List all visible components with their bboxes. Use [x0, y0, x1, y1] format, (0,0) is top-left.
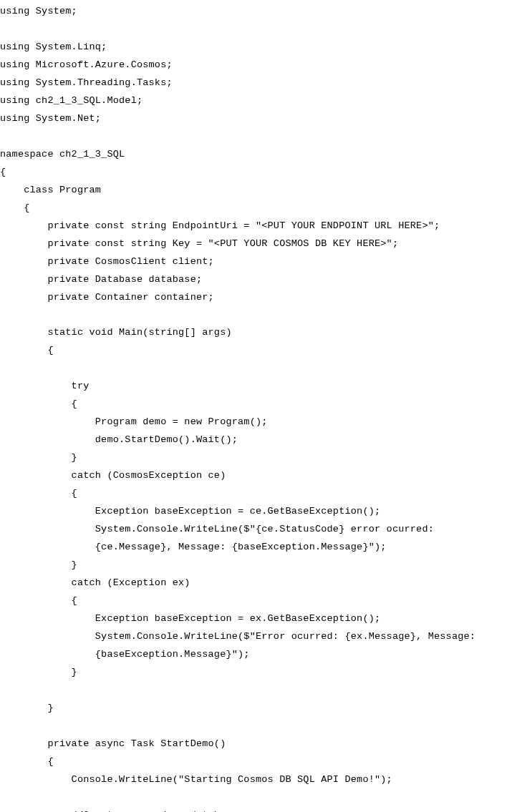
code-line: { [0, 164, 507, 182]
code-line: private Container container; [0, 289, 507, 307]
code-line: demo.StartDemo().Wait(); [0, 431, 507, 449]
code-line [0, 306, 507, 324]
code-line [0, 789, 507, 807]
code-line: private const string EndpointUri = "<PUT… [0, 217, 507, 235]
code-line: { [0, 396, 507, 414]
code-line: System.Console.WriteLine($"{ce.StatusCod… [0, 521, 507, 539]
code-line: System.Console.WriteLine($"Error ocurred… [0, 628, 507, 646]
code-line: Exception baseException = ce.GetBaseExce… [0, 503, 507, 521]
code-line: { [0, 753, 507, 771]
code-line: { [0, 342, 507, 360]
code-line [0, 21, 507, 39]
code-line: catch (CosmosException ce) [0, 467, 507, 485]
code-line: try [0, 378, 507, 396]
code-line: using System; [0, 3, 507, 21]
code-line: { [0, 485, 507, 503]
code-line: using Microsoft.Azure.Cosmos; [0, 57, 507, 74]
code-line: private async Task StartDemo() [0, 735, 507, 753]
code-line [0, 360, 507, 378]
code-line: Exception baseException = ex.GetBaseExce… [0, 610, 507, 628]
code-line: } [0, 557, 507, 574]
code-line: {baseException.Message}"); [0, 646, 507, 664]
code-block: using System; using System.Linq;using Mi… [0, 3, 507, 812]
code-line: catch (Exception ex) [0, 574, 507, 592]
code-line: private Database database; [0, 271, 507, 289]
code-line: using System.Net; [0, 110, 507, 128]
code-line: } [0, 664, 507, 682]
code-line: } [0, 449, 507, 467]
code-line: private CosmosClient client; [0, 253, 507, 271]
code-line: using System.Linq; [0, 39, 507, 57]
code-line: { [0, 200, 507, 217]
code-line: private const string Key = "<PUT YOUR CO… [0, 235, 507, 253]
code-line [0, 128, 507, 146]
code-line: Program demo = new Program(); [0, 414, 507, 431]
code-line: using ch2_1_3_SQL.Model; [0, 92, 507, 110]
code-line: {ce.Message}, Message: {baseException.Me… [0, 539, 507, 557]
code-line: using System.Threading.Tasks; [0, 74, 507, 92]
code-line [0, 682, 507, 700]
code-line: static void Main(string[] args) [0, 324, 507, 342]
code-line: { [0, 592, 507, 610]
code-line: class Program [0, 182, 507, 200]
code-line: namespace ch2_1_3_SQL [0, 146, 507, 164]
code-line: } [0, 700, 507, 718]
code-line: //Create a new demo database [0, 807, 507, 812]
code-line [0, 718, 507, 735]
code-line: Console.WriteLine("Starting Cosmos DB SQ… [0, 771, 507, 789]
